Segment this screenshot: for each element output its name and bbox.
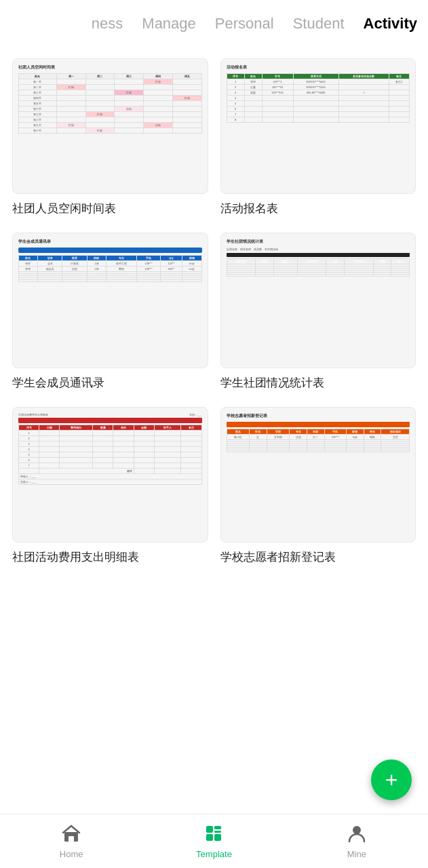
card-label-3: 学生会成员通讯录 bbox=[12, 375, 208, 391]
card-label-5: 社团活动费用支出明细表 bbox=[12, 549, 208, 565]
home-label: Home bbox=[60, 849, 83, 859]
card-thumb-6: 学校志愿者招新登记表 姓名性别学院专业年级手机邮箱特长报名项目 林小红女文学院汉… bbox=[220, 407, 416, 542]
svg-rect-2 bbox=[206, 826, 213, 833]
card-thumb-1: 社团人员空闲时间表 姓名周一周二周三周四周五 第一节忙碌 第二节忙碌 第三节忙碌… bbox=[12, 58, 208, 194]
svg-point-7 bbox=[353, 826, 361, 834]
card-club-schedule[interactable]: 社团人员空闲时间表 姓名周一周二周三周四周五 第一节忙碌 第二节忙碌 第三节忙碌… bbox=[12, 58, 208, 216]
mine-label: Mine bbox=[347, 849, 366, 859]
card-label-2: 活动报名表 bbox=[220, 201, 416, 216]
card-student-contact[interactable]: 学生会成员通讯录 姓名职务院系班级专业手机QQ邮箱 张华会长计算机1班软件工程1… bbox=[12, 233, 208, 391]
card-label-4: 学生社团情况统计表 bbox=[220, 375, 416, 391]
fab-add-button[interactable]: + bbox=[371, 760, 412, 800]
plus-icon: + bbox=[385, 769, 398, 791]
bottom-nav-home[interactable]: Home bbox=[44, 824, 98, 859]
card-expense[interactable]: 社团活动费用支出明细表 年份：___ 序号日期费用项目数量单价金额经手人备注 1… bbox=[12, 407, 208, 565]
card-thumb-5: 社团活动费用支出明细表 年份：___ 序号日期费用项目数量单价金额经手人备注 1… bbox=[12, 407, 208, 542]
svg-rect-3 bbox=[214, 826, 221, 829]
card-thumb-3: 学生会成员通讯录 姓名职务院系班级专业手机QQ邮箱 张华会长计算机1班软件工程1… bbox=[12, 233, 208, 368]
template-icon bbox=[204, 824, 223, 848]
card-thumb-4: 学生社团情况统计表 社团名称指导老师成员数本学期活动 社团名称 类型 负责人 指… bbox=[220, 233, 416, 368]
nav-item-ness[interactable]: ness bbox=[92, 12, 123, 35]
home-icon bbox=[62, 824, 81, 848]
template-label: Template bbox=[196, 849, 232, 859]
top-navigation: ness Manage Personal Student Activity bbox=[0, 0, 428, 47]
bottom-nav-mine[interactable]: Mine bbox=[330, 824, 384, 859]
mine-icon bbox=[347, 824, 366, 848]
nav-item-manage[interactable]: Manage bbox=[142, 12, 196, 35]
card-thumb-2: 活动报名表 序号姓名学号联系方式是否参加活动次数备注 1张华100***1300… bbox=[220, 58, 416, 194]
svg-rect-1 bbox=[69, 836, 74, 842]
card-volunteer[interactable]: 学校志愿者招新登记表 姓名性别学院专业年级手机邮箱特长报名项目 林小红女文学院汉… bbox=[220, 407, 416, 565]
bottom-navigation: Home Template Mine bbox=[0, 814, 428, 868]
nav-item-activity[interactable]: Activity bbox=[364, 12, 417, 35]
card-label-1: 社团人员空闲时间表 bbox=[12, 201, 208, 216]
nav-item-personal[interactable]: Personal bbox=[215, 12, 274, 35]
nav-item-student[interactable]: Student bbox=[293, 12, 345, 35]
svg-rect-4 bbox=[214, 831, 221, 833]
bottom-nav-template[interactable]: Template bbox=[187, 824, 241, 859]
card-activity-registration[interactable]: 活动报名表 序号姓名学号联系方式是否参加活动次数备注 1张华100***1300… bbox=[220, 58, 416, 216]
template-grid: 社团人员空闲时间表 姓名周一周二周三周四周五 第一节忙碌 第二节忙碌 第三节忙碌… bbox=[0, 47, 428, 592]
card-club-stats[interactable]: 学生社团情况统计表 社团名称指导老师成员数本学期活动 社团名称 类型 负责人 指… bbox=[220, 233, 416, 391]
svg-rect-6 bbox=[214, 834, 221, 841]
svg-rect-5 bbox=[206, 834, 213, 841]
card-label-6: 学校志愿者招新登记表 bbox=[220, 549, 416, 565]
